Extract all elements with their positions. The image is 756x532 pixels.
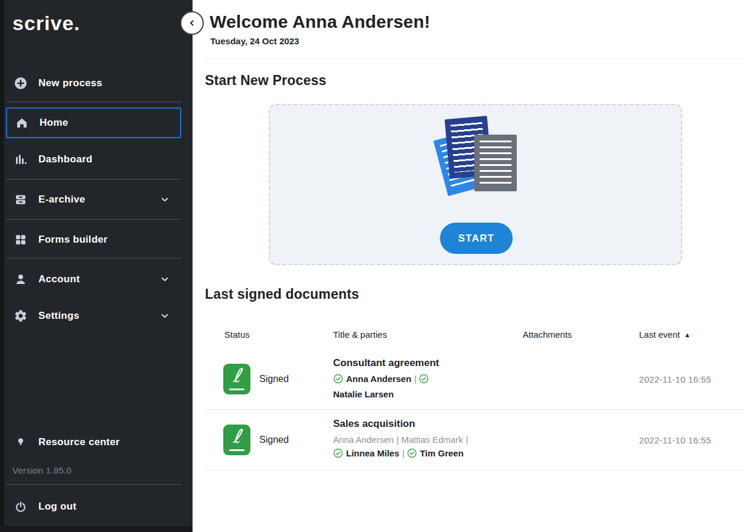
lightbulb-icon [15, 435, 27, 449]
bar-chart-icon [14, 152, 28, 167]
sidebar-divider [6, 258, 181, 259]
sidebar-item-label: Home [40, 117, 68, 129]
title-parties-cell: Sales acquisition Anna Andersen|Mattias … [333, 418, 523, 462]
sidebar-divider [6, 179, 181, 179]
start-new-process-panel: START [269, 104, 682, 265]
document-illustration-gray [474, 135, 517, 191]
sidebar-item-new-process[interactable]: New process [6, 68, 181, 99]
check-circle-icon [419, 374, 429, 384]
table-row[interactable]: ℓ Signed Consultant agreement Anna Ander… [204, 349, 745, 410]
attachments-cell [523, 357, 639, 401]
header-divider [205, 58, 745, 59]
sidebar-item-account[interactable]: Account [6, 264, 181, 295]
sidebar-item-settings[interactable]: Settings [6, 301, 181, 331]
sort-ascending-icon[interactable]: ▲ [684, 331, 690, 338]
status-cell: ℓ Signed [204, 418, 333, 462]
sidebar-item-label: Account [38, 273, 80, 285]
start-button[interactable]: START [440, 223, 513, 254]
check-circle-icon [407, 448, 417, 458]
chevron-down-icon [159, 274, 170, 285]
sidebar-item-label: Log out [38, 501, 76, 513]
last-event-value: 2022-11-10 16:55 [639, 435, 745, 445]
document-parties: Anna Andersen|Mattias Edmark|Linnea Mile… [333, 433, 509, 462]
chevron-down-icon [159, 194, 170, 205]
scrive-logo: scrive. [12, 12, 80, 35]
sidebar-divider [6, 484, 181, 485]
archive-icon [14, 192, 28, 207]
status-cell: ℓ Signed [204, 357, 333, 401]
grid-icon [14, 233, 28, 247]
home-icon [15, 116, 29, 130]
status-label: Signed [259, 435, 289, 445]
sidebar-item-resource-center[interactable]: Resource center [6, 427, 181, 458]
document-title[interactable]: Consultant agreement [333, 357, 509, 369]
title-parties-cell: Consultant agreement Anna Andersen|Natal… [333, 357, 523, 401]
document-title[interactable]: Sales acquisition [333, 418, 509, 430]
signed-badge-icon: ℓ [223, 425, 250, 455]
sidebar-item-label: E-archive [38, 194, 85, 205]
document-parties: Anna Andersen|Natalie Larsen [333, 372, 509, 401]
column-header-title-parties: Title & parties [333, 329, 523, 340]
sidebar-divider [6, 219, 181, 220]
table-header-row: Status Title & parties Attachments Last … [204, 329, 745, 340]
attachments-cell [523, 418, 639, 462]
scrive-app-window: scrive. New process Home [0, 0, 756, 532]
table-body: ℓ Signed Consultant agreement Anna Ander… [204, 349, 745, 471]
documents-section-heading: Last signed documents [205, 286, 359, 302]
version-text: Version 1.85.0 [12, 465, 71, 475]
sidebar-item-label: New process [38, 77, 102, 89]
gear-icon [14, 309, 28, 323]
table-row[interactable]: ℓ Signed Sales acquisition Anna Andersen… [204, 410, 745, 471]
sidebar-item-label: Forms builder [38, 234, 107, 246]
status-label: Signed [259, 374, 289, 384]
sidebar-item-home[interactable]: Home [6, 107, 181, 138]
sidebar-item-label: Resource center [38, 436, 120, 448]
column-header-last-event[interactable]: Last event ▲ [639, 329, 745, 340]
sidebar-item-label: Dashboard [38, 154, 93, 165]
sidebar-item-dashboard[interactable]: Dashboard [6, 144, 181, 175]
sidebar: scrive. New process Home [0, 0, 193, 532]
check-circle-icon [333, 448, 343, 458]
sidebar-item-log-out[interactable]: Log out [6, 491, 181, 522]
current-date: Tuesday, 24 Oct 2023 [210, 36, 299, 46]
sidebar-divider [6, 102, 181, 102]
plus-circle-icon [14, 76, 28, 90]
sidebar-item-forms-builder[interactable]: Forms builder [6, 224, 181, 255]
sidebar-item-e-archive[interactable]: E-archive [6, 184, 181, 215]
start-section-heading: Start New Process [205, 73, 326, 89]
last-event-value: 2022-11-10 16:55 [639, 374, 745, 384]
page-title: Welcome Anna Andersen! [210, 12, 430, 32]
chevron-left-icon [186, 17, 198, 29]
chevron-down-icon [159, 311, 170, 321]
last-signed-documents-table: Status Title & parties Attachments Last … [204, 329, 745, 471]
person-icon [14, 272, 28, 286]
collapse-sidebar-button[interactable] [180, 11, 204, 35]
power-icon [14, 500, 28, 514]
column-header-attachments: Attachments [523, 329, 639, 340]
column-header-status: Status [204, 329, 333, 340]
check-circle-icon [333, 374, 343, 384]
signed-badge-icon: ℓ [223, 364, 250, 394]
sidebar-item-label: Settings [38, 310, 79, 322]
